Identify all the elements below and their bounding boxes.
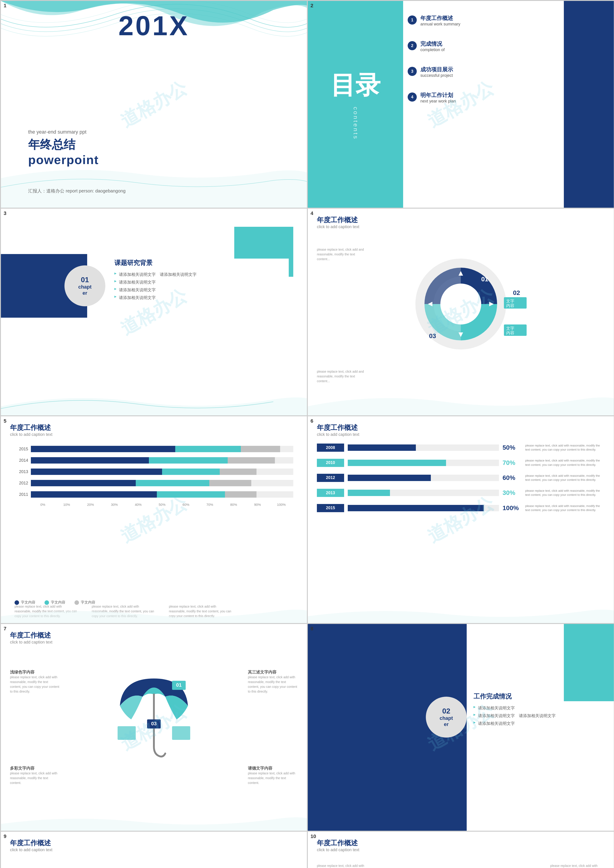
pct-2015: 100% [502, 504, 519, 512]
s10-desc1: please replace text, click add with reas… [317, 863, 371, 868]
slide-7: 7 年度工作概述 click to add caption text 浅绿色字内… [1, 624, 307, 831]
timeline-2010: 2010 70% please replace text, click add … [317, 459, 605, 467]
bullet-8-2: 请添加相关说明文字 请添加相关说明文字 [473, 713, 559, 719]
svg-text:02: 02 [513, 289, 520, 296]
bullet-8-3: 请添加相关说明文字 [473, 721, 559, 726]
bar-row-2015: 2015 [14, 446, 293, 452]
bullet-1: 请添加相关说明文字 请添加相关说明文字 [115, 272, 289, 277]
menu-item-1: 1 年度工作概述 annual work summary [408, 14, 609, 26]
svg-text:03: 03 [151, 721, 157, 726]
bar-row-2012: 2012 [14, 480, 293, 486]
menu-num-1: 1 [408, 16, 417, 25]
slide10-subtitle: click to add caption text [317, 848, 359, 852]
bullet-3: 请添加相关说明文字 [115, 287, 289, 292]
svg-text:01: 01 [176, 682, 181, 688]
axis-50: 50% [150, 502, 174, 507]
bar-row-2011: 2011 [14, 491, 293, 498]
slide-number-7: 7 [4, 626, 6, 632]
slide-number-6: 6 [310, 418, 313, 424]
pct-2010: 70% [502, 459, 515, 466]
svg-text:内容: 内容 [506, 303, 514, 308]
menu-num-3: 3 [408, 67, 417, 76]
chapter8-content: 工作完成情况 请添加相关说明文字 请添加相关说明文字 请添加相关说明文字 请添加… [473, 692, 559, 728]
chapter-circle-8: 02 chapter [426, 697, 467, 737]
axis-70: 70% [198, 502, 222, 507]
pct-2008-container: 50% [502, 444, 521, 451]
menu-en-1: annual work summary [420, 22, 460, 26]
slide-number-10: 10 [310, 834, 316, 839]
menu-cn-1: 年度工作概述 [420, 14, 460, 22]
year-2012: 2012 [317, 474, 344, 482]
chapter-num: 01 [81, 275, 89, 284]
timeline-2008: 2008 50% please replace text, click add … [317, 443, 605, 452]
slide-1: 1 the year-end summary ppt 年终总结 powerpoi… [1, 1, 307, 208]
node3-desc: please replace text, click add with reas… [10, 771, 60, 785]
svg-text:文字: 文字 [506, 299, 514, 303]
bar-2008 [348, 445, 499, 451]
slide-2: 2 目录 contents 1 年度工作概述 annual work summa… [308, 1, 614, 208]
slide-number-8: 8 [310, 626, 313, 632]
slide-number-3: 3 [4, 210, 6, 216]
bar-axis: 0% 10% 20% 30% 40% 50% 60% 70% 80% 90% 1… [31, 502, 293, 507]
slide-number-4: 4 [310, 210, 313, 216]
bullet-4: 请添加相关说明文字 [115, 295, 289, 300]
axis-0: 0% [31, 502, 55, 507]
menu-item-4: 4 明年工作计划 next year work plan [408, 92, 609, 104]
pct-2010-container: 70% [502, 459, 521, 467]
menu-item-2: 2 完成情况 completion of [408, 40, 609, 52]
bar-track-2014 [31, 457, 293, 464]
axis-20: 20% [79, 502, 102, 507]
desc-2010: please replace text, click add with reas… [525, 459, 605, 467]
year-2015: 2015 [317, 504, 344, 512]
reporter-text: 汇报人：道格办公 report person: daogebangong [28, 188, 126, 194]
axis-30: 30% [102, 502, 126, 507]
pct-2012: 60% [502, 474, 515, 481]
timeline-chart: 2008 50% please replace text, click add … [317, 443, 605, 519]
slide7-subtitle: click to add caption text [10, 640, 53, 645]
ppt-title: powerpoint [28, 153, 99, 167]
title-block: the year-end summary ppt 年终总结 powerpoint [28, 129, 99, 167]
slide4-subtitle: click to add caption text [317, 224, 359, 229]
axis-100: 100% [270, 502, 293, 507]
slide-9: 9 年度工作概述 click to add caption text 请德文字内… [1, 832, 307, 868]
desc-2015: please replace text, click add with reas… [525, 504, 605, 512]
left-teal-panel: 目录 contents [308, 1, 403, 208]
pct-2008: 50% [502, 444, 515, 451]
chapter-label-8: chapter [440, 715, 453, 727]
slide-10: 10 年度工作概述 click to add caption text plea… [308, 832, 614, 868]
node3-title: 多彩文字内容 [10, 765, 60, 771]
pct-2013-container: 30% [502, 489, 521, 496]
bar-2015 [348, 505, 499, 511]
slide-number-2: 2 [310, 3, 313, 9]
slide4-desc1: please replace text, click add and reaso… [317, 247, 367, 261]
slide6-subtitle: click to add caption text [317, 432, 359, 437]
bar-label-2013: 2013 [14, 470, 28, 474]
menu-en-2: completion of [420, 48, 445, 52]
slide-number-1: 1 [4, 3, 6, 9]
node1-title: 浅绿色字内容 [10, 669, 60, 675]
menu-num-4: 4 [408, 92, 417, 101]
year-2013: 2013 [317, 489, 344, 497]
slide7-title: 年度工作概述 [10, 631, 51, 640]
chapter3-content: 课题研究背景 请添加相关说明文字 请添加相关说明文字 请添加相关说明文字 请添加… [115, 258, 289, 303]
menu-cn-4: 明年工作计划 [420, 92, 456, 99]
svg-text:内容: 内容 [506, 331, 514, 335]
teal-box-right-8 [564, 624, 614, 701]
slide-6: 6 年度工作概述 click to add caption text 2008 … [308, 416, 614, 623]
desc-2012: please replace text, click add with reas… [525, 474, 605, 482]
axis-90: 90% [246, 502, 270, 507]
node2-desc: please replace text, click add with reas… [248, 675, 298, 694]
menu-en-4: next year work plan [420, 99, 456, 104]
svg-text:03: 03 [429, 333, 436, 339]
bar-row-2014: 2014 [14, 457, 293, 464]
desc-2013: please replace text, click add with reas… [525, 489, 605, 497]
node4-desc: please replace text, click add with reas… [248, 771, 298, 785]
menu-item-3: 3 成功项目展示 successful project [408, 66, 609, 78]
bar-track-2015 [31, 446, 293, 452]
slide10-center: 35% 65% [376, 863, 546, 868]
pct-2015-container: 100% [502, 504, 521, 512]
node4-title: 请德文字内容 [248, 765, 298, 771]
slide7-node3-label: 多彩文字内容 please replace text, click add wi… [10, 765, 60, 785]
bar-chart: 2015 2014 2013 2012 [14, 446, 293, 507]
menu-panel: 1 年度工作概述 annual work summary 2 完成情况 comp… [408, 14, 609, 117]
